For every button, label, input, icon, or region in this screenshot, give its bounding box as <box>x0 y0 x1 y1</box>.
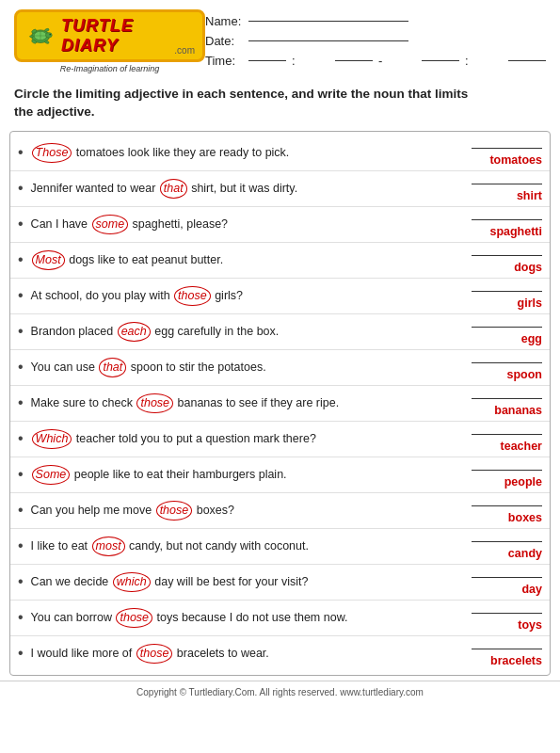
date-row: Date: <box>205 34 546 48</box>
sentence-row: •I like to eat most candy, but not candy… <box>10 529 550 565</box>
bullet-icon: • <box>18 431 24 446</box>
answer-area: egg <box>457 318 542 345</box>
answer-text: toys <box>465 618 542 632</box>
answer-line <box>472 362 542 363</box>
svg-point-5 <box>50 34 51 35</box>
date-underline <box>248 40 408 41</box>
answer-area: bananas <box>457 390 542 417</box>
answer-line <box>472 649 542 649</box>
answer-text: bananas <box>465 404 542 417</box>
title-section: Circle the limiting adjective in each se… <box>0 78 560 126</box>
circled-word: those <box>136 644 173 664</box>
answer-line <box>472 398 542 399</box>
circled-word: Those <box>32 143 72 163</box>
circled-word: most <box>92 537 125 556</box>
footer: Copyright © Turtlediary.Com. All rights … <box>0 681 560 703</box>
bullet-icon: • <box>18 574 24 589</box>
answer-area: dogs <box>457 247 542 274</box>
circled-word: Which <box>32 429 72 449</box>
circled-word: that <box>160 179 187 199</box>
bullet-icon: • <box>18 538 24 553</box>
circled-word: Most <box>32 250 65 270</box>
header: TURTLE DIARY .com Re-Imagination of lear… <box>0 0 560 78</box>
circled-word: Some <box>32 465 71 485</box>
circled-word: some <box>92 215 129 234</box>
answer-area: girls <box>457 282 542 310</box>
answer-area: shirt <box>457 175 542 202</box>
sentence-text: Jennifer wanted to wear that shirt, but … <box>31 179 457 199</box>
bullet-icon: • <box>18 395 24 410</box>
circled-word: those <box>116 608 152 628</box>
name-label: Name: <box>205 14 243 28</box>
sentence-text: Brandon placed each egg carefully in the… <box>31 322 457 342</box>
time-underline-2 <box>335 60 373 61</box>
bullet-icon: • <box>18 610 24 625</box>
bullet-icon: • <box>18 646 24 661</box>
svg-point-10 <box>29 36 33 38</box>
answer-area: spoon <box>457 354 542 381</box>
answer-line <box>472 613 542 614</box>
time-colon-1: : <box>292 54 329 68</box>
answer-text: people <box>465 475 542 489</box>
bullet-icon: • <box>18 503 24 518</box>
title-line2: the adjective. <box>14 104 95 119</box>
title-line1: Circle the limiting adjective in each se… <box>14 87 468 101</box>
time-label: Time: <box>205 54 243 68</box>
svg-point-9 <box>44 40 49 44</box>
sentence-text: At school, do you play with those girls? <box>31 286 457 306</box>
name-row: Name: <box>205 14 546 28</box>
answer-text: spaghetti <box>465 225 542 238</box>
sentence-row: •Brandon placed each egg carefully in th… <box>10 314 550 350</box>
answer-line <box>472 541 542 542</box>
answer-line <box>472 470 542 471</box>
svg-point-8 <box>44 28 49 32</box>
sentences-container: •Those tomatoes look like they are ready… <box>9 131 551 676</box>
circled-word: those <box>156 501 193 521</box>
answer-text: dogs <box>465 261 542 274</box>
answer-text: girls <box>465 296 542 310</box>
answer-text: shirt <box>465 189 542 202</box>
time-underline-4 <box>508 60 546 61</box>
bullet-icon: • <box>18 145 24 160</box>
svg-point-4 <box>45 33 52 38</box>
sentence-text: I like to eat most candy, but not candy … <box>31 537 457 556</box>
sentence-text: Can you help me move those boxes? <box>31 501 457 521</box>
answer-line <box>472 184 542 184</box>
time-colon-2: : <box>465 54 503 68</box>
sentence-text: You can borrow those toys because I do n… <box>31 608 457 628</box>
answer-line <box>472 219 542 220</box>
sentence-text: Some people like to eat their hamburgers… <box>31 465 457 485</box>
time-underline-3 <box>422 60 459 61</box>
logo-text: TURTLE DIARY <box>61 16 172 56</box>
turtle-icon <box>24 22 56 50</box>
bullet-icon: • <box>18 288 24 303</box>
answer-text: spoon <box>465 368 542 381</box>
sentence-row: •Some people like to eat their hamburger… <box>10 457 550 493</box>
answer-area: teacher <box>457 425 542 453</box>
date-label: Date: <box>205 34 243 48</box>
answer-text: bracelets <box>465 654 542 667</box>
time-dash: - <box>378 54 416 68</box>
sentence-row: •Most dogs like to eat peanut butter.dog… <box>10 243 550 279</box>
sentence-row: •Which teacher told you to put a questio… <box>10 422 550 457</box>
footer-text: Copyright © Turtlediary.Com. All rights … <box>136 687 424 697</box>
sentence-row: •Can you help me move those boxes?boxes <box>10 493 550 529</box>
answer-area: candy <box>457 533 542 560</box>
sentence-row: •I would like more of those bracelets to… <box>10 636 550 671</box>
bullet-icon: • <box>18 216 24 232</box>
sentence-row: •Can I have some spaghetti, please?spagh… <box>10 207 550 243</box>
time-underline-1 <box>248 60 286 61</box>
answer-area: boxes <box>457 497 542 524</box>
answer-text: boxes <box>465 511 542 524</box>
answer-area: spaghetti <box>457 211 542 238</box>
circled-word: that <box>99 358 126 377</box>
sentence-text: You can use that spoon to stir the potat… <box>31 358 457 377</box>
sentence-text: Which teacher told you to put a question… <box>31 429 457 449</box>
sentence-row: •Make sure to check those bananas to see… <box>10 386 550 422</box>
sentence-row: •Can we decide which day will be best fo… <box>10 565 550 601</box>
bullet-icon: • <box>18 467 24 482</box>
answer-line <box>472 505 542 506</box>
circled-word: those <box>174 286 211 306</box>
answer-line <box>472 291 542 292</box>
name-underline <box>248 21 408 22</box>
